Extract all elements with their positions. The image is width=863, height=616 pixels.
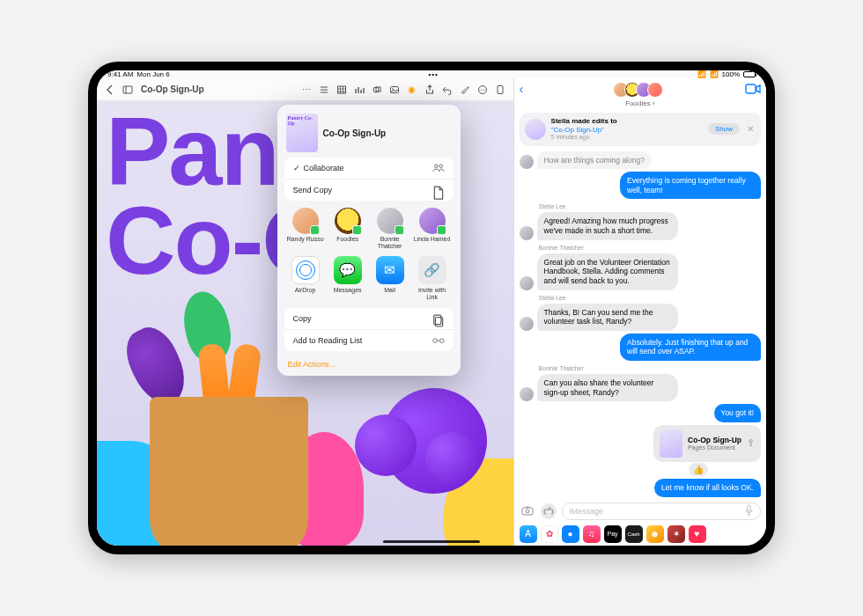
message-thread[interactable]: How are things coming along? Everything … (514, 150, 766, 499)
share-app-messages[interactable]: 💬 Messages (328, 256, 367, 300)
svg-point-17 (439, 338, 444, 342)
app-strip-photos-icon[interactable]: ✿ (541, 525, 558, 543)
glasses-icon (432, 336, 445, 345)
attachment-card[interactable]: Co-Op Sign-Up Pages Document ⇪ (653, 425, 761, 462)
message-bubble[interactable]: Absolutely. Just finishing that up and w… (620, 334, 761, 361)
list-icon[interactable] (318, 84, 330, 96)
svg-point-8 (480, 89, 481, 90)
attachment-thumbnail (660, 429, 682, 458)
avatar (419, 208, 446, 234)
messages-icon: 💬 (334, 256, 362, 284)
conversation-name[interactable]: Foodies› (625, 99, 654, 107)
message-input-row: iMessage (514, 499, 766, 524)
banner-show-button[interactable]: Show (708, 123, 740, 135)
avatar (520, 276, 534, 290)
airdrop-icon (291, 256, 320, 284)
copy-icon (432, 314, 445, 323)
reading-list-action[interactable]: Add to Reading List (284, 330, 454, 351)
share-apps-row: AirDrop 💬 Messages ✉︎ Mail 🔗 Invite (284, 256, 454, 300)
sender-label: Stella Lee (539, 295, 761, 301)
message-bubble[interactable]: You got it! (714, 404, 762, 422)
app-drawer-icon[interactable] (541, 503, 557, 519)
svg-rect-11 (498, 85, 503, 93)
message-bubble[interactable]: How are things coming along? (537, 151, 652, 170)
people-icon (432, 164, 445, 172)
attachment-share-icon[interactable]: ⇪ (747, 437, 755, 449)
app-strip-digitaltouch-icon[interactable]: ♥ (689, 525, 706, 543)
pages-toolbar: Co-Op Sign-Up ⋯ ◉ (97, 78, 513, 101)
back-icon[interactable]: ‹ (520, 82, 524, 96)
share-app-link[interactable]: 🔗 Invite with Link (413, 256, 452, 300)
camera-icon[interactable] (520, 503, 535, 519)
app-strip-audio-icon[interactable]: ● (562, 525, 579, 543)
message-bubble[interactable]: Can you also share the volunteer sign-up… (537, 374, 678, 401)
avatar (520, 317, 534, 331)
message-input[interactable]: iMessage (562, 502, 761, 520)
table-icon[interactable] (336, 84, 348, 96)
share-contact[interactable]: Bonnie Thatcher (371, 208, 409, 249)
message-bubble[interactable]: Everything is coming together really wel… (620, 172, 761, 199)
sender-label: Stella Lee (539, 203, 761, 209)
app-strip-memoji-icon[interactable]: ☻ (646, 525, 664, 543)
undo-icon[interactable] (441, 84, 454, 96)
share-thumbnail: Pantry Co-Op (286, 114, 318, 152)
share-contact[interactable]: Randy Russo (286, 208, 325, 249)
facetime-icon[interactable] (745, 82, 761, 98)
cellular-icon: 📶 (697, 70, 706, 78)
share-contact[interactable]: Foodies (328, 208, 367, 249)
multitask-indicator[interactable]: ••• (428, 70, 438, 78)
svg-point-6 (392, 88, 394, 90)
ellipsis-icon[interactable]: ⋯ (300, 84, 313, 96)
share-people-row: Randy Russo Foodies Bonnie Thatcher (284, 208, 454, 249)
link-icon: 🔗 (418, 256, 446, 284)
share-icon[interactable] (424, 84, 436, 96)
avatar (377, 208, 403, 234)
dictation-icon[interactable] (745, 504, 753, 517)
message-bubble[interactable]: Great job on the Volunteer Orientation H… (537, 253, 678, 290)
copy-action[interactable]: Copy (284, 308, 454, 330)
tapback-reaction[interactable]: 👍 (689, 463, 708, 476)
sender-label: Bonnie Thatcher (539, 365, 761, 371)
app-strip-cash-icon[interactable]: Cash (625, 525, 643, 543)
app-strip-item-icon[interactable]: ✶ (668, 525, 685, 543)
app-strip-pay-icon[interactable]: Pay (604, 525, 622, 543)
collaboration-avatar-icon[interactable]: ◉ (406, 84, 418, 96)
messages-app-strip[interactable]: A ✿ ● ♫ Pay Cash ☻ ✶ ♥ (514, 524, 766, 546)
share-sheet-popover: Pantry Co-Op Co-Op Sign-Up ✓Collaborate … (277, 105, 461, 376)
pages-app: Co-Op Sign-Up ⋯ ◉ Pant (97, 78, 514, 546)
banner-close-icon[interactable]: ✕ (745, 124, 756, 134)
message-bubble[interactable]: Let me know if all looks OK. (654, 479, 761, 497)
app-strip-store-icon[interactable]: A (520, 525, 537, 543)
poster-art (150, 397, 308, 546)
send-copy-option[interactable]: Send Copy (284, 180, 454, 201)
edit-actions-link[interactable]: Edit Actions… (284, 356, 454, 369)
battery-percent: 100% (722, 70, 740, 78)
collaborate-option[interactable]: ✓Collaborate (284, 158, 454, 180)
document-settings-icon[interactable] (494, 84, 506, 96)
collaboration-banner[interactable]: Stella made edits to "Co-Op Sign-Up" 5 m… (520, 113, 761, 146)
share-app-airdrop[interactable]: AirDrop (286, 256, 325, 300)
group-avatars[interactable] (617, 82, 663, 98)
more-circle-icon[interactable] (476, 84, 489, 96)
app-strip-music-icon[interactable]: ♫ (583, 525, 601, 543)
ipad-frame: 9:41 AM Mon Jun 6 ••• 📶 📶 100% Co-Op Sig… (88, 62, 775, 554)
brush-icon[interactable] (459, 84, 471, 96)
avatar (520, 155, 534, 169)
share-contact[interactable]: Linda Hamed (413, 208, 452, 249)
svg-point-13 (439, 165, 442, 168)
poster-art (381, 388, 487, 494)
message-bubble[interactable]: Thanks, B! Can you send me the volunteer… (537, 304, 678, 331)
document-title[interactable]: Co-Op Sign-Up (139, 84, 204, 94)
avatar (292, 208, 319, 234)
message-bubble[interactable]: Agreed! Amazing how much progress we've … (537, 212, 678, 239)
home-indicator[interactable] (383, 540, 480, 544)
back-icon[interactable] (104, 84, 116, 96)
sidebar-icon[interactable] (122, 84, 134, 96)
shape-icon[interactable] (371, 84, 383, 96)
svg-rect-18 (746, 84, 756, 93)
chart-icon[interactable] (353, 84, 365, 96)
media-icon[interactable] (388, 84, 401, 96)
share-actions: Copy Add to Reading List (284, 308, 454, 351)
wifi-icon: 📶 (710, 70, 719, 78)
share-app-mail[interactable]: ✉︎ Mail (371, 256, 409, 300)
